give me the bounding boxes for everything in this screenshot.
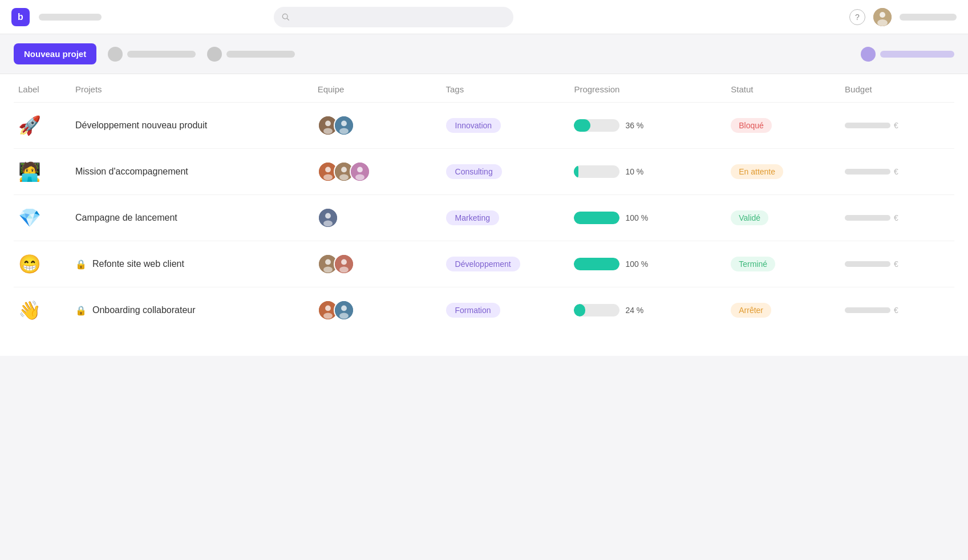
budget-bar bbox=[845, 169, 890, 175]
filter-placeholder-2 bbox=[226, 51, 295, 58]
table-row[interactable]: 🚀Développement nouveau produit Innovatio… bbox=[14, 103, 954, 149]
team-avatar bbox=[318, 208, 338, 228]
cell-progression: 36 % bbox=[569, 103, 726, 149]
col-header-tags: Tags bbox=[442, 74, 570, 103]
svg-point-16 bbox=[339, 174, 349, 180]
brand-placeholder bbox=[39, 14, 102, 21]
svg-point-22 bbox=[323, 220, 333, 226]
cell-budget: € bbox=[840, 241, 954, 287]
budget-bar bbox=[845, 123, 890, 128]
table-row[interactable]: 👋🔒Onboarding collaborateur Formation 24 … bbox=[14, 287, 954, 334]
progress-cell: 10 % bbox=[574, 165, 722, 178]
cell-progression: 100 % bbox=[569, 241, 726, 287]
budget-euro: € bbox=[894, 213, 898, 222]
project-emoji: 🧑‍💻 bbox=[18, 161, 41, 182]
project-emoji: 🚀 bbox=[18, 115, 41, 136]
project-emoji: 💎 bbox=[18, 208, 41, 228]
cell-equipe bbox=[313, 103, 442, 149]
progress-track bbox=[574, 258, 619, 270]
top-navigation: b ? bbox=[0, 0, 968, 34]
table-row[interactable]: 😁🔒Refonte site web client Développement … bbox=[14, 241, 954, 287]
progress-track bbox=[574, 212, 619, 224]
status-badge: En attente bbox=[731, 164, 783, 179]
cell-tags: Développement bbox=[442, 241, 570, 287]
svg-point-27 bbox=[341, 259, 347, 265]
cell-tags: Formation bbox=[442, 287, 570, 334]
team-avatar bbox=[334, 300, 354, 320]
budget-placeholder: € bbox=[845, 259, 950, 269]
svg-point-30 bbox=[325, 306, 331, 311]
budget-bar bbox=[845, 307, 890, 313]
progress-fill bbox=[574, 258, 619, 270]
progress-track bbox=[574, 304, 619, 316]
cell-tags: Marketing bbox=[442, 195, 570, 241]
tag-badge: Marketing bbox=[446, 210, 499, 225]
budget-euro: € bbox=[894, 167, 898, 176]
svg-point-31 bbox=[323, 313, 333, 319]
status-badge: Bloqué bbox=[731, 118, 772, 133]
progress-percent: 100 % bbox=[625, 213, 648, 222]
cell-project-name: 🔒Refonte site web client bbox=[71, 241, 313, 287]
svg-point-6 bbox=[325, 121, 331, 127]
cell-project-name: Développement nouveau produit bbox=[71, 103, 313, 149]
topnav-right: ? bbox=[849, 8, 957, 26]
progress-percent: 10 % bbox=[625, 167, 643, 176]
svg-point-9 bbox=[341, 121, 347, 127]
user-avatar[interactable] bbox=[873, 8, 892, 26]
project-name-text: Onboarding collaborateur bbox=[92, 305, 196, 315]
user-name-placeholder bbox=[900, 14, 957, 21]
col-header-projets: Projets bbox=[71, 74, 313, 103]
cell-project-name: Mission d'accompagnement bbox=[71, 149, 313, 195]
cell-budget: € bbox=[840, 195, 954, 241]
progress-fill bbox=[574, 119, 590, 132]
new-project-button[interactable]: Nouveau projet bbox=[14, 43, 96, 64]
progress-track bbox=[574, 119, 619, 132]
svg-point-7 bbox=[323, 128, 333, 134]
cell-equipe bbox=[313, 149, 442, 195]
filter-placeholder-1 bbox=[127, 51, 196, 58]
cell-tags: Consulting bbox=[442, 149, 570, 195]
team-avatars bbox=[318, 208, 437, 228]
budget-euro: € bbox=[894, 121, 898, 130]
col-header-statut: Statut bbox=[726, 74, 840, 103]
table-row[interactable]: 💎Campagne de lancement Marketing 100 % V… bbox=[14, 195, 954, 241]
toolbar: Nouveau projet bbox=[0, 34, 968, 74]
project-name-text: Campagne de lancement bbox=[75, 213, 177, 223]
lock-icon: 🔒 bbox=[75, 259, 87, 270]
project-name-text: Mission d'accompagnement bbox=[75, 167, 188, 177]
team-avatar bbox=[334, 115, 354, 136]
search-bar[interactable] bbox=[274, 7, 513, 27]
progress-track bbox=[574, 165, 619, 178]
help-button[interactable]: ? bbox=[849, 9, 865, 25]
col-header-label: Label bbox=[14, 74, 71, 103]
project-name-text: Développement nouveau produit bbox=[75, 120, 207, 131]
tag-badge: Innovation bbox=[446, 118, 501, 133]
budget-euro: € bbox=[894, 259, 898, 269]
cell-progression: 10 % bbox=[569, 149, 726, 195]
svg-point-24 bbox=[325, 259, 331, 265]
col-header-equipe: Equipe bbox=[313, 74, 442, 103]
cell-project-name: Campagne de lancement bbox=[71, 195, 313, 241]
budget-placeholder: € bbox=[845, 167, 950, 176]
toolbar-filter-2[interactable] bbox=[207, 47, 295, 62]
tag-badge: Formation bbox=[446, 303, 500, 318]
progress-percent: 24 % bbox=[625, 306, 643, 315]
table-body: 🚀Développement nouveau produit Innovatio… bbox=[14, 103, 954, 334]
cell-equipe bbox=[313, 195, 442, 241]
search-icon bbox=[282, 13, 290, 21]
project-emoji: 😁 bbox=[18, 254, 41, 274]
projects-table-container: Label Projets Equipe Tags Progression St… bbox=[0, 74, 968, 356]
svg-point-19 bbox=[355, 174, 364, 180]
cell-statut: Validé bbox=[726, 195, 840, 241]
col-header-budget: Budget bbox=[840, 74, 954, 103]
filter-avatar-1 bbox=[108, 47, 123, 62]
cell-statut: Terminé bbox=[726, 241, 840, 287]
cell-tags: Innovation bbox=[442, 103, 570, 149]
budget-euro: € bbox=[894, 306, 898, 315]
progress-cell: 36 % bbox=[574, 119, 722, 132]
svg-point-34 bbox=[339, 313, 349, 319]
app-logo[interactable]: b bbox=[11, 8, 30, 26]
table-row[interactable]: 🧑‍💻Mission d'accompagnement Consulting 1… bbox=[14, 149, 954, 195]
toolbar-filter-1[interactable] bbox=[108, 47, 196, 62]
cell-project-name: 🔒Onboarding collaborateur bbox=[71, 287, 313, 334]
